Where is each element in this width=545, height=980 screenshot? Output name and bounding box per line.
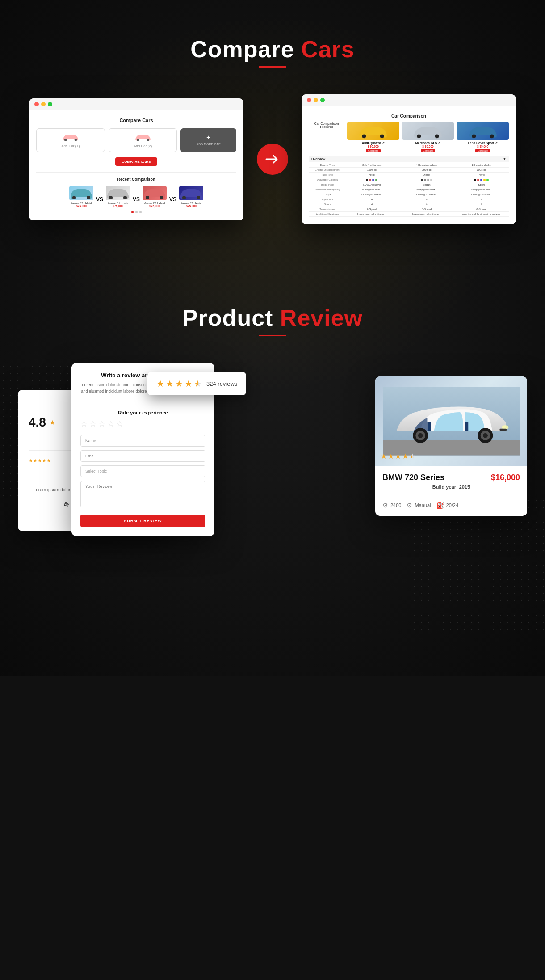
vs-2: vs <box>133 186 140 207</box>
carousel-dots <box>36 211 236 213</box>
rfp-star-1[interactable]: ☆ <box>80 419 88 429</box>
ct-val-f-1: Petrol <box>344 173 399 176</box>
ct-val-doors-1: 4 <box>344 203 399 206</box>
ct-car-img-1 <box>347 122 399 140</box>
car-slot-2: Add Car (2) <box>109 128 177 152</box>
rfp-submit-btn[interactable]: SUBMIT REVIEW <box>80 515 205 527</box>
car-thumb-4 <box>179 186 203 200</box>
ct-row-displacement: Engine Displacement 1998 cc 1998 cc 1998… <box>309 168 509 173</box>
car-thumb-1 <box>69 186 93 200</box>
add-more-label: ADD MORE CAR <box>197 143 221 146</box>
recent-row: Jaguar F4 Hybrid $75,000 vs Jagua <box>36 186 236 207</box>
svg-point-7 <box>123 196 127 199</box>
cc-specs-row: ⚙ 2400 ⚙ Manual ⛽ 20/24 <box>382 496 520 509</box>
ct-val-feat-2: Lorem ipsum dolor sit amet... <box>399 213 454 215</box>
ct-val-doors-2: 4 <box>399 203 454 206</box>
rfp-star-4[interactable]: ☆ <box>107 419 114 429</box>
ct-val-t-3: 250Nm@2000RPM... <box>454 193 509 196</box>
car-card-right: ★ ★ ★ ★ ★★ BMW 720 Series $16,000 <box>375 376 527 516</box>
cc-spec-engine: ⚙ 2400 <box>382 502 401 509</box>
ct-val-b-2: Sedan <box>399 183 454 186</box>
compare-btn[interactable]: COMPARE CARS <box>115 157 157 166</box>
rfp-name-input[interactable] <box>80 435 205 447</box>
svg-point-9 <box>160 196 164 199</box>
rfp-review-textarea[interactable] <box>80 481 205 507</box>
right-sc-body: Car Comparison Car ComparisonFeatures Au… <box>302 106 516 224</box>
title-red-2: Review <box>280 305 363 331</box>
recent-price-4: $75,000 <box>179 204 203 207</box>
rfp-stars-row[interactable]: ☆ ☆ ☆ ☆ ☆ <box>80 419 205 429</box>
stars-float-card: ★ ★ ★ ★ ★★ 324 reviews <box>147 372 246 395</box>
svg-point-0 <box>64 139 67 141</box>
svg-point-11 <box>197 196 200 199</box>
svg-point-27 <box>483 433 488 438</box>
ct-val-et-2: 4.8L engine turbo... <box>399 164 454 166</box>
right-screenshot: Car Comparison Car ComparisonFeatures Au… <box>302 94 516 224</box>
svg-point-10 <box>182 196 186 199</box>
title-underline-2 <box>259 335 286 336</box>
ct-overview-toggle[interactable]: ▼ <box>503 157 506 161</box>
ct-val-trans-2: 8-Speed <box>399 208 454 211</box>
color-dot <box>483 179 486 181</box>
rfp-star-5[interactable]: ☆ <box>116 419 123 429</box>
dot-nav-2 <box>135 211 138 213</box>
rfp-star-3[interactable]: ☆ <box>98 419 105 429</box>
ct-car-3: Land Rover Sport ↗ $ 95,000 Compare <box>457 122 509 152</box>
ct-row-features: Additional Features Lorem ipsum dolor si… <box>309 212 509 217</box>
review-mockups: ★ ★ ★ ★ ★★ 324 reviews Reviews 4.8 ★ <box>0 363 545 631</box>
ct-label-doors: Doors <box>309 203 344 206</box>
cc-spec-fuel: ⛽ 20/24 <box>436 502 459 509</box>
ct-label-cylinders: Cylinders <box>309 198 344 201</box>
ct-val-cyl-3: 4 <box>454 198 509 201</box>
recent-car-name-4: Jaguar F4 Hybrid <box>179 202 203 204</box>
car-thumb-2 <box>106 186 130 200</box>
cc-build-year-val: 2015 <box>459 484 470 490</box>
ct-label-torque: Torque <box>309 193 344 196</box>
ct-val-feat-3: Lorem ipsum dolor sit amet consectetur..… <box>454 213 509 215</box>
titlebar-left <box>29 98 243 110</box>
cc-car-image: ★ ★ ★ ★ ★★ <box>375 376 527 466</box>
ct-compare-btn-1[interactable]: Compare <box>366 149 381 152</box>
vs-badge-1: vs <box>96 195 103 203</box>
recent-price-1: $75,000 <box>69 204 93 207</box>
left-sc-heading: Compare Cars <box>36 118 236 123</box>
cc-stars-overlay: ★ ★ ★ ★ ★★ <box>381 452 415 460</box>
dot-red-r <box>307 98 311 102</box>
cc-build-year: Build year: 2015 <box>382 484 520 490</box>
cc-spec-transmission: ⚙ Manual <box>407 502 431 509</box>
cc-star-2: ★ <box>388 452 394 460</box>
plus-icon: + <box>206 134 210 141</box>
color-dot <box>424 179 426 181</box>
rfp-email-input[interactable] <box>80 450 205 462</box>
ct-car-name-1: Audi Quattro ↗ <box>347 141 399 145</box>
svg-point-2 <box>137 139 139 141</box>
ct-val-et-3: 2.0 engine dual... <box>454 164 509 166</box>
star-1: ★ <box>156 378 164 389</box>
sfc-count: 324 reviews <box>206 380 237 387</box>
recent-item-2: Jaguar F4 Hybrid $75,000 <box>106 186 130 207</box>
cc-car-name: BMW 720 Series <box>382 473 444 482</box>
ct-label-features: Additional Features <box>309 213 344 215</box>
ct-val-f-2: Diesel <box>399 173 454 176</box>
ct-val-t-2: 250Nm@2000RPM... <box>399 193 454 196</box>
ct-car-img-3 <box>457 122 509 140</box>
ct-compare-btn-2[interactable]: Compare <box>421 149 436 152</box>
ct-compare-btn-3[interactable]: Compare <box>475 149 490 152</box>
ct-row-power: Flat Power (Horsepower) 447hp@6000RPM...… <box>309 187 509 192</box>
car-thumb-3 <box>143 186 167 200</box>
dot-green-r <box>320 98 325 102</box>
ct-row-doors: Doors 4 4 4 <box>309 202 509 207</box>
cc-star-3: ★ <box>395 452 401 460</box>
dot-nav-3 <box>139 211 142 213</box>
add-more-slot[interactable]: + ADD MORE CAR <box>180 128 236 152</box>
ct-val-cyl-1: 4 <box>344 198 399 201</box>
divider <box>36 172 236 173</box>
rp-stars: ★ <box>50 419 55 426</box>
rfp-star-2[interactable]: ☆ <box>89 419 96 429</box>
svg-point-13 <box>380 134 384 138</box>
ct-val-feat-1: Lorem ipsum dolor sit amet... <box>344 213 399 215</box>
ct-car-img-2 <box>402 122 454 140</box>
arrow-container <box>257 144 288 175</box>
ct-label-engine-type: Engine Type <box>309 164 344 166</box>
rfp-topic-select[interactable]: Select Topic <box>80 465 205 477</box>
